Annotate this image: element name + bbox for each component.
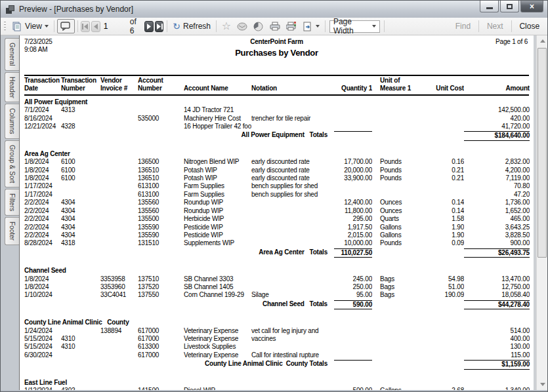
comment-toggle-button[interactable] (57, 19, 75, 33)
view-menu-button[interactable]: View (9, 20, 51, 33)
scrollbar-thumb[interactable] (537, 48, 547, 258)
sidebar-tab-columns[interactable]: Columns (5, 104, 19, 138)
minimize-icon (486, 7, 493, 9)
table-row: 8/28/20244318131510Supplements WIP10,000… (24, 239, 529, 247)
email-button[interactable] (234, 20, 250, 33)
vertical-scrollbar[interactable] (536, 35, 547, 390)
minimize-button[interactable] (480, 1, 499, 12)
sidebar-tab-general[interactable]: General (5, 38, 19, 71)
scroll-up-button[interactable] (537, 35, 548, 47)
table-row: 7/1/2024431314 JD Tractor 721142,500.00 (24, 106, 529, 114)
table-cell (100, 335, 138, 343)
table-cell: 1/24/2024 (24, 327, 61, 335)
sidebar-tab-group-sort[interactable]: Group & Sort (5, 140, 19, 187)
scroll-down-icon (540, 383, 545, 386)
table-cell: 2,832.00 (464, 158, 530, 166)
table-cell: 1/8/2024 (24, 174, 61, 182)
table-row: 2/2/20244304135560Roundup WIP11,800.00Ou… (24, 207, 529, 215)
zoom-select[interactable]: Page Width (329, 20, 380, 33)
chart-button[interactable] (250, 20, 266, 33)
last-page-button[interactable] (155, 21, 164, 32)
table-cell (334, 182, 372, 190)
restore-button[interactable] (500, 1, 519, 12)
favorite-button[interactable]: ☆ (219, 20, 234, 33)
table-cell: 617000 (138, 351, 184, 359)
table-cell: Herbicide WIP (184, 215, 251, 223)
table-row: 1/17/2024613100Farm Suppliesbench suppli… (24, 191, 529, 199)
totals-amount: $1,159.00 (464, 360, 530, 369)
print-button[interactable] (266, 20, 283, 33)
column-header: Transaction Date (24, 77, 61, 93)
table-cell: 47.20 (464, 191, 530, 199)
table-cell (372, 343, 422, 351)
totals-amount: $26,493.75 (464, 248, 530, 258)
refresh-button[interactable]: ↻ Refresh (170, 20, 213, 32)
report-title: Purchases by Vendor (24, 48, 529, 58)
star-icon: ☆ (222, 21, 231, 31)
table-cell: 17,700.00 (334, 158, 372, 166)
sidebar-tab-filters[interactable]: Filters (5, 189, 19, 216)
chevron-down-icon (372, 25, 376, 28)
column-header: Quantity 1 (334, 85, 372, 92)
table-cell (251, 283, 334, 291)
table-cell: 2/2/2024 (24, 207, 61, 215)
page-number-input[interactable] (101, 20, 129, 32)
table-cell (100, 174, 138, 182)
table-cell: 16 Hopper Trailer 42 foot (184, 123, 251, 130)
scroll-down-button[interactable] (537, 379, 548, 390)
table-cell: 7,119.00 (464, 174, 530, 182)
totals-amount: $184,640.00 (464, 131, 530, 140)
table-cell (251, 231, 334, 239)
table-cell: 4304 (61, 199, 100, 206)
table-cell (61, 351, 100, 359)
close-preview-button[interactable]: Close (514, 20, 545, 32)
table-cell: Roundup WIP (184, 199, 251, 206)
section-totals-row: All Power Equipment Totals$184,640.00 (24, 131, 529, 140)
table-cell: 6100 (61, 158, 100, 166)
table-cell: 4304 (61, 215, 100, 223)
section-totals-row: Channel Seed Totals590.00$44,278.40 (24, 300, 529, 309)
table-cell: 1/17/2024 (24, 182, 61, 190)
previous-page-button[interactable] (91, 21, 100, 32)
table-row: 1/17/2024613100Farm Suppliesbench suppli… (24, 182, 529, 190)
table-cell (100, 215, 138, 223)
table-cell (100, 191, 138, 199)
table-cell: 1/12/2024 (24, 387, 61, 390)
table-cell: 8/28/2024 (24, 239, 61, 247)
table-cell (372, 182, 422, 190)
sidebar-tab-header[interactable]: Header (5, 72, 19, 103)
table-cell: Corn Channel 199-29 (184, 291, 251, 299)
table-cell: 135560 (138, 207, 184, 215)
table-cell: bench supplies for shed (251, 182, 334, 190)
table-cell: 4310 (61, 343, 100, 351)
table-cell (334, 351, 372, 359)
totals-label: Area Ag Center Totals (24, 248, 334, 258)
totals-quantity: 110,027.50 (334, 248, 372, 258)
toolbar-grip[interactable] (4, 21, 6, 31)
table-cell (422, 191, 464, 199)
print-setup-button[interactable] (283, 20, 299, 33)
table-row: 1/10/202433C4041137550Corn Channel 199-2… (24, 291, 529, 299)
next-page-button[interactable] (144, 21, 154, 32)
table-cell: 136500 (138, 158, 184, 166)
table-row: 8/16/2024535000Machinery Hire Costtrench… (24, 115, 529, 123)
table-cell (251, 207, 334, 215)
find-next-button[interactable]: Next (482, 20, 509, 32)
sidebar-tab-footer[interactable]: Footer (5, 217, 19, 245)
totals-spacer (372, 131, 422, 140)
table-cell: 1/10/2024 (24, 291, 61, 299)
close-window-button[interactable]: × (520, 1, 543, 12)
report-viewport: 7/23/2025 9:08 AM CenterPoint Farm Purch… (19, 35, 536, 390)
table-cell: Quarts (372, 215, 422, 223)
export-icon (302, 21, 313, 31)
table-cell: 135560 (138, 199, 184, 206)
table-cell: 4304 (61, 207, 100, 215)
table-cell (422, 351, 464, 359)
search-input[interactable] (387, 20, 450, 32)
table-cell: 4318 (61, 239, 100, 247)
table-cell: 4302 (61, 387, 100, 390)
table-cell: 136510 (138, 174, 184, 182)
export-button[interactable] (299, 20, 322, 33)
find-button[interactable]: Find (450, 20, 476, 32)
first-page-button[interactable] (81, 21, 90, 32)
